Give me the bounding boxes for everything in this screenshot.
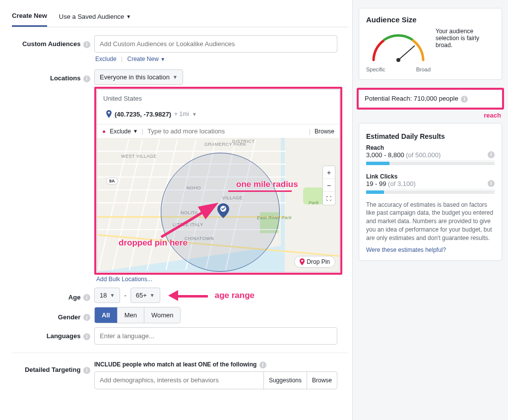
annotation-reach: reach <box>353 112 508 121</box>
detailed-targeting-input[interactable] <box>95 372 263 388</box>
svg-point-0 <box>108 112 110 114</box>
info-icon[interactable]: i <box>83 333 90 340</box>
suggestions-button[interactable]: Suggestions <box>263 372 307 389</box>
clicks-stat-label: Link Clicks <box>366 173 495 180</box>
location-radius-text[interactable]: + 1mi <box>174 111 189 118</box>
browse-button[interactable]: Browse <box>315 128 334 135</box>
browse-button[interactable]: Browse <box>307 372 337 389</box>
zoom-out-button[interactable]: − <box>323 179 335 192</box>
gauge-icon <box>366 28 431 65</box>
tab-bar: Create New Use a Saved Audience ▼ <box>12 8 348 27</box>
clicks-stat-of: (of 3,100) <box>386 180 415 187</box>
annotation-arrow <box>159 196 223 241</box>
park-label: Park <box>309 200 319 205</box>
custom-audiences-label: Custom Audiences <box>22 40 80 48</box>
section-divider <box>12 353 348 353</box>
location-search-input[interactable] <box>147 127 305 135</box>
pin-red-icon: ● <box>102 128 106 135</box>
annotation-age: age range <box>215 291 254 300</box>
create-new-link[interactable]: Create New ▼ <box>127 56 166 62</box>
include-text: INCLUDE people who match at least ONE of… <box>94 361 256 368</box>
separator: | <box>121 56 123 62</box>
annotation-arrow <box>168 291 208 300</box>
audience-note: Your audience selection is fairly broad. <box>436 28 495 49</box>
reach-stat-label: Reach <box>366 144 495 151</box>
caret-down-icon: ▼ <box>126 14 131 19</box>
languages-label: Languages <box>47 332 81 340</box>
gender-label: Gender <box>58 313 81 321</box>
info-icon[interactable]: i <box>83 41 90 48</box>
locations-label: Locations <box>50 74 80 82</box>
clicks-bar <box>366 190 495 194</box>
fullscreen-button[interactable]: ⛶ <box>323 192 335 205</box>
gender-men-button[interactable]: Men <box>118 307 144 323</box>
exclude-button[interactable]: Exclude ▼ <box>110 128 138 135</box>
custom-audiences-input[interactable] <box>94 35 337 53</box>
info-icon[interactable]: i <box>83 367 90 374</box>
nbd-label: WEST VILLAGE <box>121 154 157 159</box>
caret-down-icon[interactable]: ▼ <box>192 112 197 117</box>
info-icon[interactable]: i <box>461 96 468 103</box>
info-icon[interactable]: i <box>83 294 90 301</box>
detailed-targeting-input-wrap: Suggestions Browse <box>94 371 337 389</box>
zoom-in-button[interactable]: + <box>323 166 335 179</box>
svg-line-3 <box>398 46 415 60</box>
info-icon[interactable]: i <box>259 361 266 368</box>
info-icon[interactable]: i <box>488 151 495 158</box>
age-separator: - <box>124 292 126 299</box>
age-label: Age <box>68 294 81 301</box>
location-coords: (40.7235, -73.9827) <box>115 111 171 118</box>
location-mode-label: Everyone in this location <box>100 73 170 81</box>
reach-bar <box>366 162 495 165</box>
detailed-targeting-label: Detailed Targeting <box>25 366 80 373</box>
pin-red-icon <box>300 258 305 265</box>
audience-size-panel: Audience Size Specific Broad Your audien… <box>359 8 502 80</box>
gender-all-button[interactable]: All <box>95 307 118 323</box>
location-mode-select[interactable]: Everyone in this location ▼ <box>94 69 183 85</box>
potential-reach-box: Potential Reach: 710,000 people i <box>357 88 504 110</box>
hwy-label: 9A <box>106 178 118 184</box>
caret-down-icon: ▼ <box>173 74 178 80</box>
info-icon[interactable]: i <box>488 180 495 187</box>
gauge-specific-label: Specific <box>366 66 385 72</box>
svg-point-4 <box>396 58 400 62</box>
tab-create-new[interactable]: Create New <box>12 8 47 27</box>
languages-input[interactable] <box>94 327 337 345</box>
tab-saved-label: Use a Saved Audience <box>59 13 125 20</box>
drop-pin-button[interactable]: Drop Pin <box>294 256 335 268</box>
map-zoom-controls: + − ⛶ <box>322 166 335 205</box>
annotation-line <box>228 190 292 192</box>
map[interactable]: WEST VILLAGE GRAMERCY PARK DISTRICT NOHO… <box>97 138 339 272</box>
exclude-link[interactable]: Exclude <box>95 56 117 62</box>
reach-stat-of: (of 500,000) <box>404 151 441 159</box>
accuracy-note: The accuracy of estimates is based on fa… <box>366 201 495 242</box>
age-max-select[interactable]: 65+ ▼ <box>130 288 160 303</box>
annotation-radius: one mile radius <box>236 180 298 189</box>
age-min-select[interactable]: 18 ▼ <box>94 288 120 303</box>
reach-stat-value: 3,000 - 8,800 <box>366 151 404 159</box>
potential-reach-text: Potential Reach: 710,000 people <box>365 95 458 102</box>
pin-icon <box>106 110 112 118</box>
gender-group: All Men Women <box>94 307 181 323</box>
audience-size-title: Audience Size <box>366 15 495 24</box>
daily-title: Estimated Daily Results <box>366 132 495 140</box>
daily-results-panel: Estimated Daily Results Reach 3,000 - 8,… <box>359 123 502 261</box>
info-icon[interactable]: i <box>83 314 90 321</box>
bulk-locations-link[interactable]: Add Bulk Locations... <box>94 275 348 284</box>
svg-point-2 <box>301 260 303 262</box>
gauge-broad-label: Broad <box>416 66 431 72</box>
location-country: United States <box>97 90 339 107</box>
gender-women-button[interactable]: Women <box>144 307 181 323</box>
info-icon[interactable]: i <box>83 75 90 82</box>
locations-container: United States (40.7235, -73.9827) + 1mi … <box>94 87 342 275</box>
estimates-helpful-link[interactable]: Were these estimates helpful? <box>366 246 495 253</box>
nbd-label: DISTRICT <box>232 139 255 144</box>
clicks-stat-value: 19 - 99 <box>366 180 386 187</box>
tab-saved-audience[interactable]: Use a Saved Audience ▼ <box>59 8 131 27</box>
